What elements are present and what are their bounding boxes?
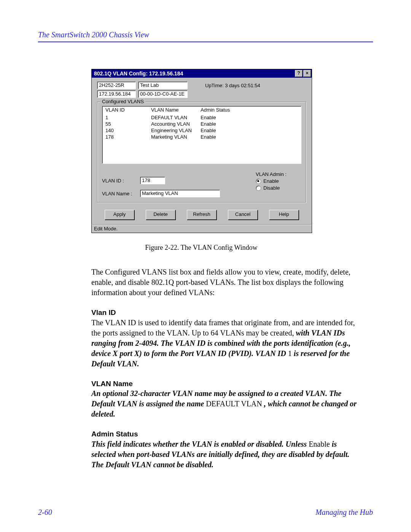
help-icon[interactable]: ? [295, 70, 303, 77]
footer-section: Managing the Hub [315, 508, 373, 517]
list-item[interactable]: 1 DEFAULT VLAN Enable [102, 114, 301, 121]
admin-status-text: This field indicates whether the VLAN is… [91, 439, 358, 470]
dialog-titlebar: 802.1Q VLAN Config: 172.19.56.184 ? × [92, 69, 312, 78]
vlan-id-input[interactable]: 178 [140, 177, 165, 184]
radio-disable[interactable]: Disable [256, 185, 301, 191]
refresh-button[interactable]: Refresh [187, 210, 217, 220]
close-icon[interactable]: × [303, 70, 311, 77]
vlan-name-heading: VLAN Name [91, 379, 358, 389]
mac-field: 00-00-1D-C0-AE-1E [138, 90, 188, 98]
col-header-status: Admin Status [201, 107, 239, 113]
apply-button[interactable]: Apply [105, 210, 134, 220]
groupbox-label: Configured VLANS [100, 99, 145, 104]
figure-caption: Figure 2-22. The VLAN Config Window [91, 244, 311, 252]
radio-dot-icon [256, 185, 261, 191]
page-number: 2-60 [38, 508, 52, 517]
radio-dot-icon [256, 179, 261, 184]
dialog-statusbar: Edit Mode. [92, 224, 312, 233]
uptime-text: UpTime: 3 days 02:51:54 [205, 83, 260, 88]
running-header: The SmartSwitch 2000 Chassis View [38, 30, 373, 39]
location-field: Test Lab [138, 81, 188, 89]
list-item[interactable]: 140 Engineering VLAN Enable [102, 127, 301, 134]
configured-vlans-group: Configured VLANS VLAN ID VLAN Name Admin… [97, 102, 306, 203]
vlan-id-label: VLAN ID : [102, 178, 137, 184]
vlan-listbox[interactable]: VLAN ID VLAN Name Admin Status 1 DEFAULT… [102, 106, 301, 164]
vlan-config-dialog: 802.1Q VLAN Config: 172.19.56.184 ? × 2H… [91, 69, 312, 233]
list-item[interactable]: 178 Marketing VLAN Enable [102, 134, 301, 140]
radio-enable[interactable]: Enable [256, 178, 301, 184]
vlan-name-input[interactable]: Marketing VLAN [140, 190, 220, 197]
delete-button[interactable]: Delete [146, 210, 175, 220]
cancel-button[interactable]: Cancel [228, 210, 258, 220]
vlan-id-heading: Vlan ID [91, 308, 358, 318]
vlan-admin-label: VLAN Admin : [256, 171, 301, 177]
dialog-title: 802.1Q VLAN Config: 172.19.56.184 [94, 70, 295, 77]
ip-field: 172.19.56.184 [97, 90, 136, 98]
header-rule [38, 42, 373, 42]
admin-status-heading: Admin Status [91, 429, 358, 439]
vlan-name-label: VLAN Name : [102, 191, 137, 197]
col-header-id: VLAN ID [102, 107, 151, 113]
help-button[interactable]: Help [269, 210, 299, 220]
intro-paragraph: The Configured VLANS list box and fields… [91, 267, 358, 298]
col-header-name: VLAN Name [151, 107, 201, 113]
vlan-name-text: An optional 32-character VLAN name may b… [91, 388, 358, 419]
list-item[interactable]: 55 Accounting VLAN Enable [102, 121, 301, 127]
vlan-id-text: The VLAN ID is used to identify data fra… [91, 318, 358, 369]
device-name-field: 2H252-25R [97, 81, 136, 89]
